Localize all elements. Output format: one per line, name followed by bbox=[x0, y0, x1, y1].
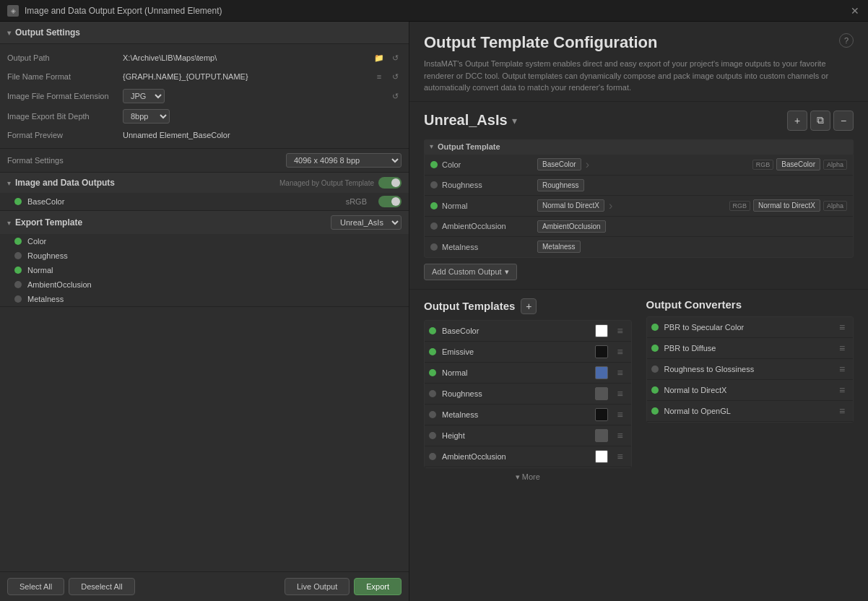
basecolor-toggle[interactable] bbox=[378, 196, 402, 207]
format-options-icon[interactable]: ≡ bbox=[373, 70, 386, 83]
basecolor-srgb: sRGB bbox=[346, 197, 367, 206]
tpl-roughness-swatch[interactable] bbox=[595, 387, 608, 400]
export-template-section: ▾ Export Template Unreal_AsIs Color Roug… bbox=[0, 211, 409, 307]
template-items-list: Color Roughness Normal AmbientOcclusion … bbox=[0, 234, 409, 306]
reset-ext-icon[interactable]: ↺ bbox=[389, 90, 402, 103]
tpl-basecolor-menu-icon[interactable]: ≡ bbox=[614, 324, 627, 337]
format-settings-select[interactable]: 4096 x 4096 8 bpp bbox=[286, 153, 402, 168]
normal-channel-box[interactable]: Normal to DirectX bbox=[537, 199, 604, 212]
tpl-roughness-menu-icon[interactable]: ≡ bbox=[614, 387, 627, 400]
metalness-dot bbox=[14, 295, 22, 303]
output-template-sub-title: Output Template bbox=[438, 142, 848, 151]
conv-item-normal-opengl: Normal to OpenGL ≡ bbox=[647, 401, 854, 422]
normal-row-dot bbox=[430, 202, 438, 209]
ao-channel-box[interactable]: AmbientOcclusion bbox=[537, 220, 606, 233]
tpl-metalness-menu-icon[interactable]: ≡ bbox=[614, 408, 627, 421]
conv-normal-directx-menu-icon[interactable]: ≡ bbox=[836, 384, 849, 397]
tpl-ao-swatch[interactable] bbox=[595, 450, 608, 463]
template-row-color: Color BaseColor › RGB BaseColor Alpha bbox=[425, 155, 853, 176]
managed-toggle[interactable] bbox=[378, 177, 402, 189]
right-header: Output Template Configuration ? InstaMAT… bbox=[409, 22, 868, 102]
conv-item-pbr-specular: PBR to Specular Color ≡ bbox=[647, 317, 854, 338]
output-settings-label: Output Settings bbox=[15, 27, 80, 38]
close-button[interactable]: ✕ bbox=[849, 5, 861, 17]
template-dropdown-arrow-icon[interactable]: ▾ bbox=[512, 115, 517, 126]
tpl-emissive-menu-icon[interactable]: ≡ bbox=[614, 345, 627, 358]
metalness-row-dot bbox=[430, 243, 438, 251]
image-format-select[interactable]: JPG PNG EXR bbox=[123, 89, 165, 103]
tpl-height-menu-icon[interactable]: ≡ bbox=[614, 429, 627, 442]
copy-template-button[interactable]: ⧉ bbox=[810, 111, 830, 131]
sub-chevron-icon: ▾ bbox=[430, 142, 433, 150]
reset-format-icon[interactable]: ↺ bbox=[389, 70, 402, 83]
delete-template-button[interactable]: − bbox=[833, 111, 854, 131]
right-panel-title: Output Template Configuration bbox=[424, 33, 657, 52]
output-path-label: Output Path bbox=[7, 53, 123, 62]
tpl-normal-swatch[interactable] bbox=[595, 366, 608, 379]
template-item-color: Color bbox=[0, 234, 409, 248]
export-template-select[interactable]: Unreal_AsIs bbox=[331, 215, 402, 230]
format-preview-label: Format Preview bbox=[7, 131, 123, 139]
tpl-height-dot bbox=[429, 432, 436, 439]
export-template-label: Export Template bbox=[15, 217, 326, 228]
output-converters-title: Output Converters bbox=[646, 298, 742, 311]
format-settings-row: Format Settings 4096 x 4096 8 bpp bbox=[0, 149, 409, 173]
conv-pbr-diffuse-menu-icon[interactable]: ≡ bbox=[836, 342, 849, 355]
tpl-normal-menu-icon[interactable]: ≡ bbox=[614, 366, 627, 379]
conv-pbr-diffuse-dot bbox=[651, 345, 659, 352]
conv-roughness-glossiness-menu-icon[interactable]: ≡ bbox=[836, 363, 849, 376]
roughness-channel-box[interactable]: Roughness bbox=[537, 179, 584, 191]
metalness-row-label: Metalness bbox=[442, 243, 478, 251]
tpl-metalness-swatch[interactable] bbox=[595, 408, 608, 421]
basecolor-status-dot bbox=[14, 198, 22, 205]
select-all-button[interactable]: Select All bbox=[7, 578, 64, 595]
normal-dot bbox=[14, 267, 22, 274]
deselect-all-button[interactable]: Deselect All bbox=[69, 578, 134, 595]
output-settings-grid: Output Path X:\Archive\LIB\Maps\temp\ 📁 … bbox=[0, 44, 409, 149]
conv-pbr-specular-menu-icon[interactable]: ≡ bbox=[836, 321, 849, 334]
normal-output-box[interactable]: Normal to DirectX bbox=[753, 199, 820, 212]
add-output-template-button[interactable]: + bbox=[521, 298, 537, 314]
color-label: Color bbox=[27, 237, 402, 246]
color-row-label: Color bbox=[442, 160, 461, 169]
template-item-metalness: Metalness bbox=[0, 292, 409, 306]
output-converters-list: PBR to Specular Color ≡ PBR to Diffuse ≡… bbox=[646, 316, 854, 423]
image-data-outputs-header: ▾ Image and Data Outputs Managed by Outp… bbox=[0, 173, 409, 193]
conv-normal-opengl-menu-icon[interactable]: ≡ bbox=[836, 405, 849, 418]
reset-path-icon[interactable]: ↺ bbox=[389, 51, 402, 64]
chevron-icon: ▾ bbox=[7, 29, 11, 37]
conv-normal-directx-dot bbox=[651, 386, 659, 394]
template-top: Unreal_AsIs ▾ + ⧉ − bbox=[424, 111, 854, 131]
template-item-ao: AmbientOcclusion bbox=[0, 277, 409, 292]
tpl-basecolor-swatch[interactable] bbox=[595, 324, 608, 337]
add-template-button[interactable]: + bbox=[787, 111, 807, 131]
tpl-item-roughness: Roughness ≡ bbox=[425, 384, 631, 405]
conv-roughness-glossiness-label: Roughness to Glossiness bbox=[664, 365, 830, 373]
tpl-basecolor-label: BaseColor bbox=[442, 327, 589, 335]
bit-depth-select[interactable]: 8bpp 16bpp 32bpp bbox=[123, 109, 170, 124]
basecolor-label: BaseColor bbox=[27, 197, 340, 206]
roughness-row-label: Roughness bbox=[442, 181, 482, 189]
tpl-ao-menu-icon[interactable]: ≡ bbox=[614, 450, 627, 463]
file-name-format-row: File Name Format {GRAPH.NAME}_{OUTPUT.NA… bbox=[7, 67, 402, 86]
tpl-height-swatch[interactable] bbox=[595, 429, 608, 442]
template-rows-container: Color BaseColor › RGB BaseColor Alpha bbox=[424, 154, 854, 258]
output-template-sub-header: ▾ Output Template bbox=[424, 139, 854, 154]
color-rgb-badge: RGB bbox=[752, 160, 774, 170]
color-channel-box[interactable]: BaseColor bbox=[537, 158, 581, 170]
browse-folder-icon[interactable]: 📁 bbox=[373, 51, 386, 64]
bottom-bar: Select All Deselect All Live Output Expo… bbox=[0, 571, 409, 601]
color-output-box[interactable]: BaseColor bbox=[776, 158, 820, 170]
live-output-button[interactable]: Live Output bbox=[285, 578, 350, 595]
add-custom-output-button[interactable]: Add Custom Output ▾ bbox=[424, 264, 517, 280]
metalness-channel-box[interactable]: Metalness bbox=[537, 241, 581, 253]
conv-pbr-specular-dot bbox=[651, 324, 659, 331]
template-config-section: Unreal_AsIs ▾ + ⧉ − ▾ Output Template bbox=[409, 102, 868, 290]
color-dot bbox=[14, 238, 22, 245]
export-button[interactable]: Export bbox=[354, 578, 402, 595]
tpl-metalness-label: Metalness bbox=[442, 410, 589, 419]
more-templates-link[interactable]: ▾ More bbox=[424, 468, 632, 486]
image-format-label: Image File Format Extension bbox=[7, 92, 123, 100]
tpl-emissive-swatch[interactable] bbox=[595, 345, 608, 358]
help-button[interactable]: ? bbox=[839, 33, 854, 48]
